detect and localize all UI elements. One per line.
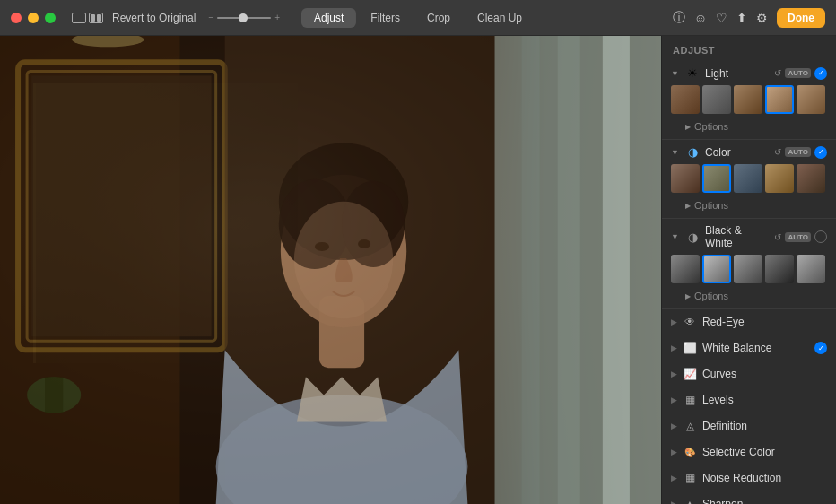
titlebar-right: ⓘ ☺ ♡ ⬆ ⚙ Done [673,8,825,28]
levels-label: Levels [702,394,827,406]
done-button[interactable]: Done [777,8,825,28]
curves-icon: 📈 [683,368,697,380]
curves-row[interactable]: ▶ 📈 Curves [662,361,836,387]
bw-section: ▼ ◑ Black & White ↺ AUTO ▶ Options [662,219,836,309]
window-controls: Revert to Original − + [11,12,280,24]
bw-thumb-3[interactable] [765,255,794,283]
color-thumb-3[interactable] [765,164,794,193]
levels-row[interactable]: ▶ ▦ Levels [662,387,836,413]
red-eye-row[interactable]: ▶ 👁 Red-Eye [662,309,836,335]
light-auto-badge[interactable]: AUTO [785,68,811,78]
light-sun-icon: ☀ [685,66,700,80]
light-controls: ↺ AUTO ✓ [774,67,827,80]
close-button[interactable] [11,13,22,23]
color-check[interactable]: ✓ [814,146,827,159]
color-thumb-4[interactable] [797,164,825,193]
bw-chevron-icon: ▼ [671,232,680,241]
sharpen-row[interactable]: ▶ ▲ Sharpen [662,491,836,504]
traffic-lights [11,13,56,23]
tab-crop[interactable]: Crop [414,8,463,28]
color-options-label: Options [694,200,728,211]
color-reset-icon[interactable]: ↺ [774,147,781,157]
selective-color-row[interactable]: ▶ 🎨 Selective Color [662,439,836,465]
color-title: Color [705,146,769,159]
tools-icon[interactable]: ⚙ [756,11,768,25]
color-section: ▼ ◑ Color ↺ AUTO ✓ ▶ Options [662,140,836,219]
revert-button[interactable]: Revert to Original [112,12,196,24]
light-check[interactable]: ✓ [814,67,827,80]
light-section-header[interactable]: ▼ ☀ Light ↺ AUTO ✓ [662,61,836,85]
zoom-slider[interactable]: − + [208,13,280,22]
slider-track [217,17,271,19]
selective-color-label: Selective Color [702,446,827,458]
bw-icon: ◑ [685,230,700,244]
definition-icon: ◬ [683,420,697,432]
svg-rect-21 [45,377,63,413]
levels-expand-icon: ▶ [671,395,677,404]
bw-thumb-2[interactable] [734,255,762,283]
portrait-svg [0,36,661,504]
color-controls: ↺ AUTO ✓ [774,146,827,159]
titlebar: Revert to Original − + Adjust Filters Cr… [0,0,836,36]
bw-options-label: Options [694,291,728,301]
svg-point-18 [358,239,370,248]
bw-options[interactable]: ▶ Options [662,289,836,308]
light-thumb-active[interactable] [765,85,794,114]
color-thumb-2[interactable] [734,164,762,193]
noise-reduction-label: Noise Reduction [702,472,827,484]
light-reset-icon[interactable]: ↺ [774,68,781,78]
main-content: ADJUST ▼ ☀ Light ↺ AUTO ✓ ▶ [0,36,836,504]
bw-section-header[interactable]: ▼ ◑ Black & White ↺ AUTO [662,219,836,255]
info-icon[interactable]: ⓘ [673,10,685,26]
svg-rect-8 [558,36,580,504]
red-eye-label: Red-Eye [702,316,827,328]
tab-clean-up[interactable]: Clean Up [465,8,535,28]
svg-point-17 [315,242,329,251]
light-thumb-1[interactable] [671,85,700,114]
light-section: ▼ ☀ Light ↺ AUTO ✓ ▶ Options [662,61,836,140]
red-eye-expand-icon: ▶ [671,317,677,326]
bw-thumb-active[interactable] [702,255,731,283]
bw-options-chevron: ▶ [685,292,691,300]
split-view-icon[interactable] [89,13,103,23]
single-view-icon[interactable] [72,13,86,23]
definition-label: Definition [702,420,827,432]
panel-header: ADJUST [662,36,836,61]
light-thumb-3[interactable] [734,85,762,114]
maximize-button[interactable] [45,13,56,23]
noise-reduction-row[interactable]: ▶ ▦ Noise Reduction [662,465,836,491]
wb-icon: ⬜ [683,342,697,354]
white-balance-row[interactable]: ▶ ⬜ White Balance ✓ [662,335,836,361]
bw-auto-badge[interactable]: AUTO [785,232,811,242]
bw-reset-icon[interactable]: ↺ [774,232,781,242]
bw-thumbnails [662,255,836,289]
color-thumb-1[interactable] [671,164,700,193]
share-icon[interactable]: ⬆ [736,11,747,25]
light-thumb-2[interactable] [702,85,731,114]
light-thumb-4[interactable] [797,85,825,114]
bw-check[interactable] [814,230,827,243]
color-thumb-active[interactable] [702,164,731,193]
light-options-chevron: ▶ [685,123,691,131]
bw-thumb-1[interactable] [671,255,700,283]
tab-filters[interactable]: Filters [358,8,413,28]
minimize-button[interactable] [28,13,39,23]
slider-thumb [239,13,248,22]
tab-adjust[interactable]: Adjust [301,8,356,28]
nav-tabs: Adjust Filters Crop Clean Up [301,8,535,28]
light-options[interactable]: ▶ Options [662,119,836,139]
smiley-icon[interactable]: ☺ [694,11,707,25]
light-chevron-icon: ▼ [671,69,680,78]
color-auto-badge[interactable]: AUTO [785,147,811,157]
definition-row[interactable]: ▶ ◬ Definition [662,413,836,439]
photo-area [0,36,661,504]
view-toggle [72,13,103,23]
color-section-header[interactable]: ▼ ◑ Color ↺ AUTO ✓ [662,140,836,164]
bw-thumb-4[interactable] [797,255,825,283]
wb-check[interactable]: ✓ [814,342,827,354]
color-circle-icon: ◑ [685,145,700,159]
right-panel: ADJUST ▼ ☀ Light ↺ AUTO ✓ ▶ [661,36,836,504]
color-thumbnails [662,164,836,198]
heart-icon[interactable]: ♡ [716,11,727,25]
color-options[interactable]: ▶ Options [662,198,836,218]
